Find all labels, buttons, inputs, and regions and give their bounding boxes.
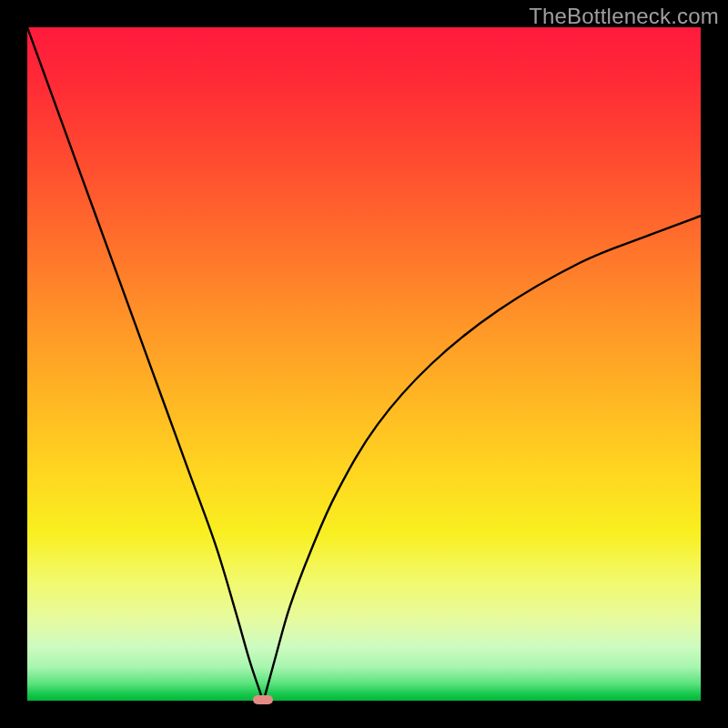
plot-area	[27, 27, 701, 701]
bottleneck-curve	[27, 27, 701, 701]
chart-frame: TheBottleneck.com	[0, 0, 728, 728]
watermark-text: TheBottleneck.com	[529, 4, 719, 29]
minimum-marker	[253, 695, 273, 704]
